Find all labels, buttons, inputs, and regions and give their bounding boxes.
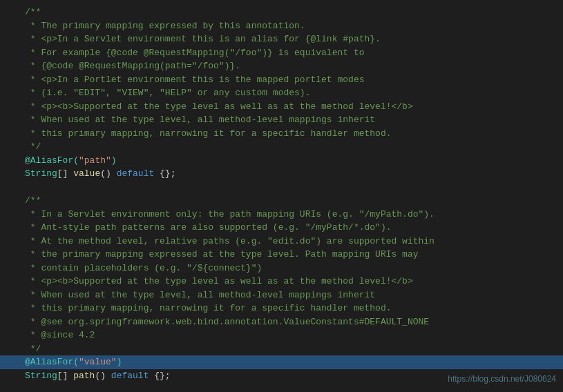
alias-for-path-annotation: @AliasFor("path") [0, 154, 563, 168]
code-line: * <p><b>Supported at the type level as w… [0, 100, 563, 114]
code-line: /** [0, 194, 563, 208]
code-line: * The primary mapping expressed by this … [0, 19, 563, 33]
code-line: * @since 4.2 [0, 329, 563, 342]
alias-for-value-annotation: @AliasFor("value") [0, 355, 563, 369]
code-line: * {@code @RequestMapping(path="/foo")}. [0, 59, 563, 73]
value-method-line: String[] value() default {}; [0, 167, 563, 181]
code-line: * contain placeholders (e.g. "/${connect… [0, 262, 563, 275]
code-line: * <p>In a Servlet environment this is an… [0, 32, 563, 46]
code-line: * (i.e. "EDIT", "VIEW", "HELP" or any cu… [0, 86, 563, 100]
code-line: * When used at the type level, all metho… [0, 113, 563, 127]
code-line: * Ant-style path patterns are also suppo… [0, 221, 563, 235]
code-line: * For example {@code @RequestMapping("/f… [0, 46, 563, 60]
code-line: * @see org.springframework.web.bind.anno… [0, 315, 563, 329]
code-line: * <p><b>Supported at the type level as w… [0, 275, 563, 288]
watermark: https://blog.csdn.net/J080624 [448, 373, 556, 385]
code-line: */ [0, 140, 563, 154]
code-line: * the primary mapping expressed at the t… [0, 248, 563, 262]
blank-line-1 [0, 181, 563, 195]
code-editor: /** * The primary mapping expressed by t… [0, 0, 563, 392]
code-line: * this primary mapping, narrowing it for… [0, 302, 563, 315]
code-line: * In a Servlet environment only: the pat… [0, 208, 563, 222]
code-line: * At the method level, relative paths (e… [0, 235, 563, 248]
code-line: * this primary mapping, narrowing it for… [0, 127, 563, 141]
code-line: */ [0, 342, 563, 356]
code-line: /** [0, 6, 563, 19]
code-line: * When used at the type level, all metho… [0, 288, 563, 302]
code-line: * <p>In a Portlet environment this is th… [0, 73, 563, 87]
